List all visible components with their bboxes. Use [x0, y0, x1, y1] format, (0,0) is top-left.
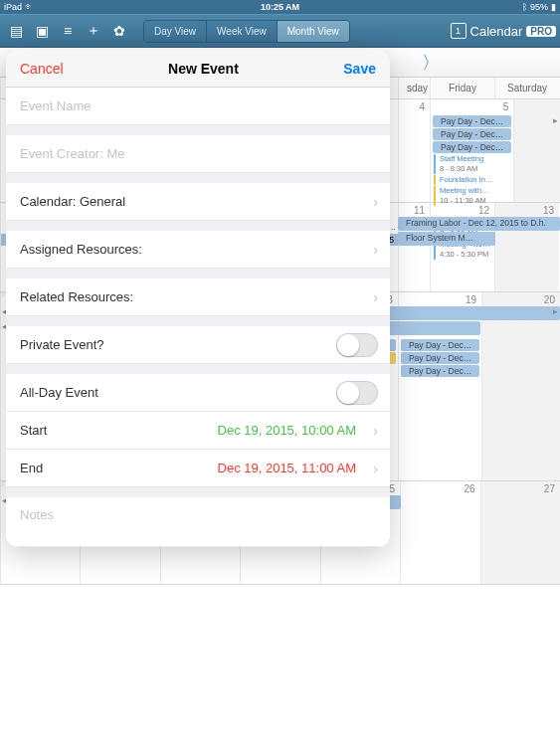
brand-pro: PRO [526, 26, 556, 37]
list-icon[interactable]: ≡ [56, 19, 80, 43]
start-value: Dec 19, 2015, 10:00 AM [218, 423, 356, 438]
calendar-select[interactable]: Calendar: General› [6, 183, 390, 221]
chevron-right-icon: › [373, 461, 378, 476]
cancel-button[interactable]: Cancel [20, 61, 64, 77]
related-resources[interactable]: Related Resources:› [6, 279, 390, 316]
floor-banner[interactable]: Floor System M… [398, 232, 495, 246]
dh-friday: Friday [430, 78, 494, 98]
switch-off-icon[interactable] [336, 381, 378, 405]
bluetooth-icon: ᛒ [522, 2, 527, 12]
chevron-right-icon: › [373, 423, 378, 439]
add-icon[interactable]: ＋ [82, 19, 105, 43]
main-toolbar: ▤ ▣ ≡ ＋ ✿ Day View Week View Month View … [0, 14, 560, 48]
allday-toggle[interactable]: All-Day Event [6, 374, 390, 412]
gear-icon[interactable]: ✿ [107, 19, 131, 43]
new-event-modal: Cancel New Event Save Event Name Event C… [6, 50, 390, 547]
event-name-input[interactable]: Event Name [6, 88, 390, 125]
brand-logo-icon: 1 [451, 23, 467, 39]
assigned-resources[interactable]: Assigned Resources:› [6, 231, 390, 269]
start-row[interactable]: StartDec 19, 2015, 10:00 AM› [6, 412, 390, 450]
payday-event[interactable]: Pay Day - Dec… [401, 352, 479, 364]
payday-event[interactable]: Pay Day - Dec… [433, 115, 511, 127]
private-event-toggle[interactable]: Private Event? [6, 326, 390, 364]
switch-off-icon[interactable] [336, 333, 378, 357]
month-view-button[interactable]: Month View [278, 21, 349, 42]
status-time: 10:25 AM [261, 2, 299, 12]
payday-event[interactable]: Pay Day - Dec… [401, 365, 479, 377]
modal-title: New Event [168, 61, 239, 77]
day-view-button[interactable]: Day View [144, 21, 207, 42]
chevron-right-icon: › [373, 242, 378, 258]
chevron-right-icon: › [373, 194, 378, 210]
dh-saturday: Saturday [494, 78, 559, 98]
device-label: iPad [4, 2, 22, 12]
dh-thursday-partial: sday [398, 78, 430, 98]
end-row[interactable]: EndDec 19, 2015, 11:00 AM› [6, 450, 390, 487]
payday-event[interactable]: Pay Day - Dec… [401, 339, 479, 351]
staff-meeting-event[interactable]: Staff Meeting8 - 8:30 AM [434, 154, 510, 174]
payday-event[interactable]: Pay Day - Dec… [433, 128, 511, 140]
brand-text: Calendar [470, 24, 523, 39]
save-button[interactable]: Save [343, 61, 376, 77]
chevron-right-icon[interactable]: ▸ [553, 115, 558, 125]
modal-header: Cancel New Event Save [6, 50, 390, 88]
notes-input[interactable]: Notes [6, 497, 390, 547]
battery-icon: ▮ [551, 2, 556, 12]
foundation-event[interactable]: Foundation In… [434, 175, 510, 185]
payday-event[interactable]: Pay Day - Dec… [433, 141, 511, 153]
today-icon[interactable]: ▣ [30, 19, 54, 43]
framing-banner[interactable]: Framing Labor - Dec 12, 2015 to D.h. [398, 217, 560, 231]
end-value: Dec 19, 2015, 11:00 AM [218, 461, 356, 475]
chevron-right-icon: › [373, 289, 378, 305]
event-creator-input[interactable]: Event Creator: Me [6, 135, 390, 173]
next-month-button[interactable]: 〉 [416, 51, 446, 75]
battery-percent: 95% [530, 2, 548, 12]
chevron-right-icon[interactable]: ▸ [553, 306, 558, 316]
status-bar: iPad ᯤ 10:25 AM ᛒ 95% ▮ [0, 0, 560, 14]
contacts-icon[interactable]: ▤ [4, 19, 28, 43]
brand: 1 Calendar PRO [451, 23, 556, 39]
week-view-button[interactable]: Week View [207, 21, 278, 42]
view-segmented: Day View Week View Month View [143, 20, 350, 43]
wifi-icon: ᯤ [25, 2, 34, 12]
